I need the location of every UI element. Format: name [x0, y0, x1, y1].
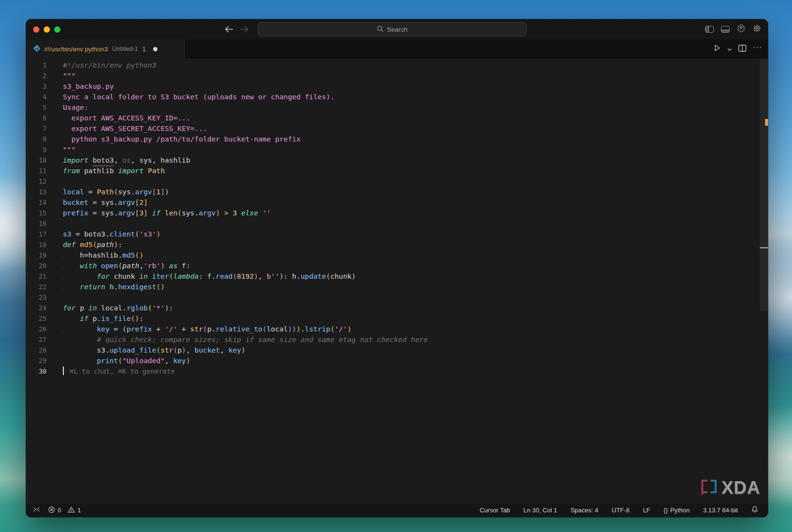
code-line[interactable]: 29print("Uploaded", key) — [26, 355, 758, 366]
modified-dot-icon[interactable] — [153, 47, 157, 51]
language-status[interactable]: {} Python — [664, 507, 690, 514]
scrollbar-thumb[interactable] — [760, 59, 768, 311]
code-token: ( — [118, 261, 122, 270]
code-token: s3 — [97, 346, 106, 354]
code-line[interactable]: 16 — [26, 218, 758, 229]
code-token: path — [97, 240, 114, 248]
code-token: () — [135, 251, 144, 259]
notifications-bell-icon[interactable] — [751, 506, 758, 515]
remote-indicator-icon[interactable] — [33, 506, 40, 514]
search-input[interactable]: Search — [258, 22, 527, 36]
code-line[interactable]: 30⌘L to chat, ⌘K to generate — [26, 366, 758, 377]
more-actions-icon[interactable]: ··· — [753, 45, 762, 53]
code-line[interactable]: 10import boto3, os, sys, hashlib — [26, 155, 758, 166]
editor-pane[interactable]: 1#!/usr/bin/env python32"""3s3_backup.py… — [26, 59, 768, 503]
code-line[interactable]: 14bucket = sys.argv[2] — [26, 197, 758, 208]
code-line[interactable]: 25if p.is_file(): — [26, 313, 758, 324]
ai-pane-icon[interactable] — [737, 24, 745, 35]
code-token: : — [118, 240, 122, 248]
code-token: ( — [203, 325, 207, 333]
code-line[interactable]: 6 export AWS_ACCESS_KEY_ID=... — [26, 113, 758, 123]
code-token: chunk — [114, 272, 135, 280]
cursor-position-status[interactable]: Ln 30, Col 1 — [524, 507, 557, 514]
code-line[interactable]: 1#!/usr/bin/env python3 — [26, 60, 758, 71]
run-dropdown-chevron-icon[interactable] — [727, 45, 732, 53]
code-token: return — [80, 283, 109, 291]
eol-status[interactable]: LF — [643, 507, 650, 514]
toggle-sidebar-icon[interactable] — [705, 26, 714, 33]
code-token: boto3 — [84, 230, 105, 238]
code-line[interactable]: 18def md5(path): — [26, 239, 758, 250]
line-number: 16 — [26, 218, 47, 229]
code-line[interactable]: 19h=hashlib.md5() — [26, 250, 758, 260]
code-token: . — [118, 251, 122, 259]
xda-logo-text: XDA — [721, 478, 760, 498]
code-token: #!/usr/bin/env python3 — [63, 61, 156, 69]
code-line[interactable]: 22return h.hexdigest() — [26, 282, 758, 292]
code-line[interactable]: 28s3.upload_file(str(p), bucket, key) — [26, 345, 758, 355]
encoding-status[interactable]: UTF-8 — [612, 507, 630, 514]
code-token: for — [97, 272, 114, 280]
code-token: h — [109, 283, 114, 291]
indentation-status[interactable]: Spaces: 4 — [571, 507, 599, 514]
line-number: 27 — [26, 334, 47, 345]
code-token: ) — [279, 272, 284, 280]
back-icon[interactable] — [225, 26, 233, 33]
code-token: argv — [199, 209, 216, 217]
code-line[interactable]: 15prefix = sys.argv[3] if len(sys.argv) … — [26, 208, 758, 218]
code-token: argv — [118, 198, 135, 206]
inline-chat-hint: ⌘L to chat, ⌘K to generate — [70, 367, 175, 375]
code-line[interactable]: 7 export AWS_SECRET_ACCESS_KEY=... — [26, 123, 758, 134]
code-line[interactable]: 2""" — [26, 71, 758, 81]
close-button[interactable] — [33, 26, 39, 33]
code-token: ) — [348, 325, 352, 333]
minimize-button[interactable] — [44, 26, 50, 33]
code-token: s3_backup.py — [63, 82, 114, 90]
toggle-panel-icon[interactable] — [721, 26, 730, 33]
code-line[interactable]: 9""" — [26, 144, 758, 155]
split-editor-icon[interactable] — [738, 45, 746, 54]
code-line[interactable]: 24for p in local.rglob('*'): — [26, 303, 758, 313]
settings-gear-icon[interactable] — [753, 24, 761, 35]
code-line[interactable]: 21for chunk in iter(lambda: f.read(8192)… — [26, 271, 758, 282]
code-line[interactable]: 27# quick check: compare sizes; skip if … — [26, 334, 758, 345]
line-number: 13 — [26, 187, 47, 197]
code-token: md5 — [122, 251, 135, 259]
code-token: read — [216, 272, 232, 280]
code-line[interactable]: 3s3_backup.py — [26, 81, 758, 92]
code-token: ( — [148, 304, 152, 312]
code-line[interactable]: 17s3 = boto3.client('s3') — [26, 229, 758, 239]
code-token: import — [118, 166, 148, 175]
code-line[interactable]: 11from pathlib import Path — [26, 166, 758, 176]
python-runtime-status[interactable]: 3.13.7 64-bit — [703, 507, 738, 514]
forward-icon[interactable] — [240, 26, 249, 33]
code-token: '/' — [335, 325, 348, 333]
code-line[interactable]: 13local = Path(sys.argv[1]) — [26, 187, 758, 197]
code-line[interactable]: 26key = (prefix + '/' + str(p.relative_t… — [26, 324, 758, 334]
overview-cursor-marker — [760, 247, 768, 248]
code-token: hexdigest — [118, 283, 156, 291]
code-line[interactable]: 4Sync a local folder to S3 bucket (uploa… — [26, 92, 758, 102]
code-line[interactable]: 8 python s3_backup.py /path/to/folder bu… — [26, 134, 758, 144]
cursor-tab-status[interactable]: Cursor Tab — [480, 507, 510, 514]
line-number: 17 — [26, 229, 47, 239]
code-token: : — [284, 272, 292, 280]
tab-untitled-1[interactable]: #!/usr/bin/env python3 Untitled-1 1 — [26, 39, 185, 59]
code-line[interactable]: 12 — [26, 176, 758, 187]
code-line[interactable]: 5Usage: — [26, 102, 758, 113]
code-token: , — [114, 156, 122, 164]
code-token: : — [169, 304, 173, 312]
run-button[interactable] — [713, 44, 721, 54]
braces-icon: {} — [664, 507, 668, 514]
code-token: prefix — [63, 209, 88, 217]
code-token: ) — [351, 272, 356, 280]
code-token: = — [88, 198, 101, 206]
code-line[interactable]: 20with open(path,'rb') as f: — [26, 260, 758, 271]
code-token: print — [97, 356, 118, 365]
code-line[interactable]: 23 — [26, 292, 758, 303]
code-token: ( — [169, 272, 173, 280]
code-token: . — [296, 272, 300, 280]
problems-indicator[interactable]: 0 1 — [48, 506, 81, 515]
code-token: : — [199, 272, 207, 280]
zoom-button[interactable] — [54, 26, 60, 33]
